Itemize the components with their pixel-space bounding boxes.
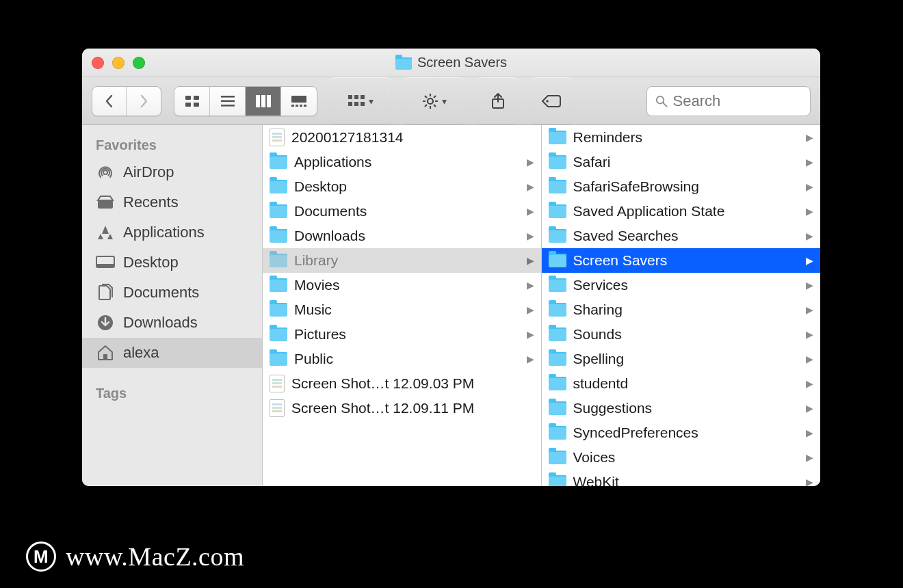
item-name: Services — [573, 277, 800, 293]
file-icon — [270, 375, 285, 392]
folder-row[interactable]: Music▶ — [263, 297, 541, 322]
view-mode-buttons — [174, 86, 317, 116]
folder-row[interactable]: studentd▶ — [542, 371, 821, 396]
folder-row[interactable]: Documents▶ — [263, 199, 541, 224]
sidebar-item-recents[interactable]: Recents — [82, 187, 262, 217]
folder-row[interactable]: Desktop▶ — [263, 174, 541, 199]
folder-row[interactable]: Reminders▶ — [542, 125, 821, 150]
sidebar-item-label: alexa — [123, 344, 159, 362]
disclosure-arrow-icon: ▶ — [806, 427, 813, 438]
view-list-button[interactable] — [210, 87, 246, 116]
item-name: Screen Shot…t 12.09.03 PM — [291, 375, 534, 392]
search-field[interactable] — [646, 86, 811, 116]
group-icon — [348, 95, 365, 107]
group-by-button[interactable]: ▾ — [330, 77, 391, 124]
zoom-button[interactable] — [133, 57, 145, 69]
folder-row[interactable]: WebKit▶ — [542, 470, 821, 486]
back-button[interactable] — [92, 87, 127, 116]
folder-row[interactable]: Safari▶ — [542, 150, 821, 174]
item-name: Sharing — [573, 302, 800, 318]
column-0[interactable]: 20200127181314Applications▶Desktop▶Docum… — [263, 125, 542, 486]
window-body: Favorites AirDrop Recents Applications — [82, 125, 820, 486]
desktop-icon — [96, 256, 115, 269]
disclosure-arrow-icon: ▶ — [806, 353, 813, 364]
disclosure-arrow-icon: ▶ — [527, 280, 534, 291]
svg-rect-0 — [185, 96, 191, 100]
folder-row[interactable]: Applications▶ — [263, 150, 541, 174]
folder-row[interactable]: Suggestions▶ — [542, 396, 821, 420]
folder-row[interactable]: Sharing▶ — [542, 297, 821, 322]
share-button[interactable] — [477, 77, 519, 124]
sidebar-item-label: Desktop — [123, 254, 179, 271]
list-view-icon — [220, 95, 235, 107]
item-name: Spelling — [573, 351, 800, 367]
folder-icon — [549, 377, 566, 390]
file-row[interactable]: Screen Shot…t 12.09.11 PM — [263, 396, 541, 420]
folder-row[interactable]: Movies▶ — [263, 273, 541, 297]
svg-rect-7 — [256, 95, 260, 107]
folder-row[interactable]: Sounds▶ — [542, 322, 821, 347]
action-button[interactable]: ▾ — [404, 77, 465, 124]
folder-row[interactable]: Screen Savers▶ — [542, 248, 821, 273]
folder-row[interactable]: Public▶ — [263, 347, 541, 371]
sidebar-item-documents[interactable]: Documents — [82, 278, 262, 308]
svg-rect-13 — [300, 105, 302, 107]
sidebar-item-label: Applications — [123, 224, 205, 241]
folder-row[interactable]: Voices▶ — [542, 445, 821, 470]
item-name: Suggestions — [573, 400, 800, 416]
svg-rect-2 — [185, 103, 191, 107]
sidebar-item-airdrop[interactable]: AirDrop — [82, 157, 262, 187]
file-icon — [270, 129, 285, 146]
folder-row[interactable]: Saved Application State▶ — [542, 199, 821, 224]
folder-icon — [549, 451, 566, 464]
item-name: Movies — [294, 277, 520, 293]
search-input[interactable] — [673, 92, 802, 110]
file-row[interactable]: 20200127181314 — [263, 125, 541, 150]
item-name: Sounds — [573, 326, 800, 343]
svg-rect-1 — [194, 96, 199, 100]
svg-rect-5 — [221, 100, 235, 102]
item-name: Public — [294, 351, 520, 367]
column-browser: 20200127181314Applications▶Desktop▶Docum… — [263, 125, 820, 486]
search-icon — [655, 94, 668, 108]
minimize-button[interactable] — [112, 57, 125, 69]
tags-button[interactable] — [531, 77, 572, 124]
sidebar-item-downloads[interactable]: Downloads — [82, 308, 262, 338]
folder-icon — [270, 278, 287, 292]
chevron-down-icon: ▾ — [442, 96, 447, 107]
item-name: Pictures — [294, 326, 520, 343]
folder-row[interactable]: Library▶ — [263, 248, 541, 273]
folder-row[interactable]: SafariSafeBrowsing▶ — [542, 174, 821, 199]
svg-line-29 — [425, 105, 427, 107]
svg-rect-17 — [361, 95, 365, 99]
forward-button[interactable] — [127, 87, 161, 116]
item-name: SyncedPreferences — [573, 425, 800, 441]
watermark-text: www.MacZ.com — [66, 542, 244, 572]
svg-rect-38 — [103, 354, 107, 360]
close-button[interactable] — [92, 57, 104, 69]
folder-row[interactable]: Saved Searches▶ — [542, 224, 821, 248]
sidebar-section-favorites: Favorites — [82, 132, 262, 157]
folder-row[interactable]: Services▶ — [542, 273, 821, 297]
item-name: Saved Application State — [573, 203, 800, 219]
disclosure-arrow-icon: ▶ — [527, 206, 534, 217]
item-name: WebKit — [573, 474, 800, 486]
sidebar-item-applications[interactable]: Applications — [82, 217, 262, 248]
svg-rect-14 — [304, 105, 306, 107]
sidebar-item-desktop[interactable]: Desktop — [82, 248, 262, 278]
folder-row[interactable]: Spelling▶ — [542, 347, 821, 371]
recents-icon — [96, 195, 115, 210]
file-row[interactable]: Screen Shot…t 12.09.03 PM — [263, 371, 541, 396]
view-column-button[interactable] — [246, 87, 281, 116]
disclosure-arrow-icon: ▶ — [806, 255, 813, 266]
view-icon-button[interactable] — [174, 87, 210, 116]
folder-row[interactable]: SyncedPreferences▶ — [542, 420, 821, 445]
sidebar-item-home[interactable]: alexa — [82, 338, 262, 368]
folder-row[interactable]: Downloads▶ — [263, 224, 541, 248]
sidebar-item-label: Downloads — [123, 314, 198, 332]
column-1[interactable]: Reminders▶Safari▶SafariSafeBrowsing▶Save… — [542, 125, 821, 486]
folder-icon — [549, 401, 566, 415]
folder-row[interactable]: Pictures▶ — [263, 322, 541, 347]
folder-icon — [270, 180, 287, 193]
view-gallery-button[interactable] — [281, 87, 317, 116]
